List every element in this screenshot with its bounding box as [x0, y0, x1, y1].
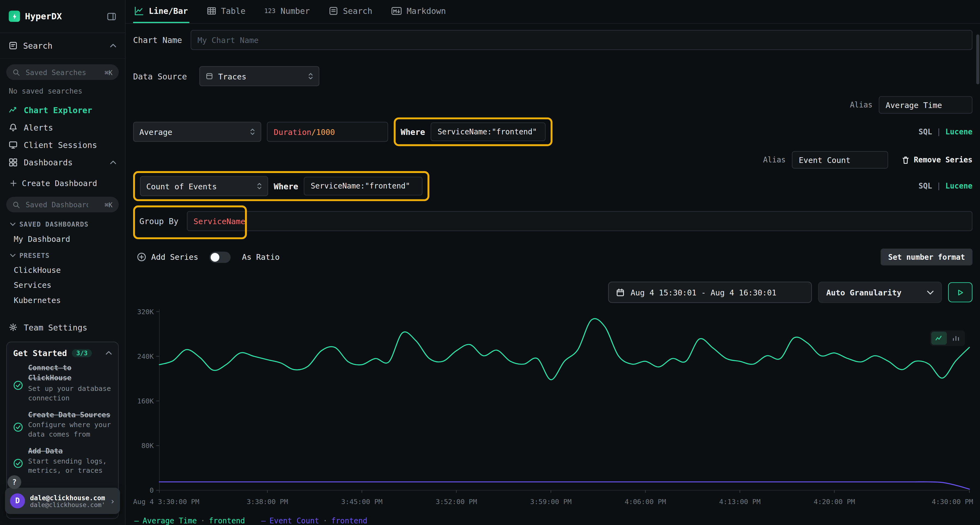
- remove-series-button[interactable]: Remove Series: [902, 155, 972, 164]
- svg-text:4:13:00 PM: 4:13:00 PM: [719, 498, 760, 506]
- sidebar-item-clickhouse[interactable]: ClickHouse: [0, 262, 125, 277]
- sidebar-item-dashboards[interactable]: Dashboards: [0, 154, 125, 171]
- timeseries-chart[interactable]: 320K240K160K80K0Aug 4 3:30:00 PM3:38:00 …: [133, 306, 973, 514]
- svg-text:Aug 4 3:30:00 PM: Aug 4 3:30:00 PM: [133, 498, 199, 506]
- line-chart-icon[interactable]: [931, 331, 947, 345]
- search-section-label: Search: [23, 41, 52, 50]
- set-number-format-button[interactable]: Set number format: [881, 249, 972, 265]
- lucene-toggle[interactable]: Lucene: [945, 182, 973, 190]
- sidebar-item-chart-explorer[interactable]: Chart Explorer: [0, 101, 125, 119]
- series1-language-toggle: SQL | Lucene: [918, 127, 972, 136]
- sql-toggle[interactable]: SQL: [918, 127, 932, 136]
- lucene-toggle[interactable]: Lucene: [945, 127, 973, 136]
- group-by-label: Group By: [139, 217, 178, 226]
- search-icon: [13, 201, 20, 208]
- series1-aggfn-select[interactable]: Average: [133, 122, 261, 142]
- series2-where-input[interactable]: [304, 177, 423, 195]
- trash-icon: [902, 156, 910, 164]
- series2-language-toggle: SQL | Lucene: [918, 182, 972, 190]
- circle-plus-icon: [137, 252, 146, 262]
- as-ratio-toggle[interactable]: [210, 251, 231, 262]
- table-icon: [207, 6, 216, 16]
- sidebar-item-alerts[interactable]: Alerts: [0, 119, 125, 136]
- search-tab-icon: [329, 6, 338, 16]
- alias-label: Alias: [850, 101, 872, 109]
- chart-type-tabbar: Line/Bar Table 123 Number Search: [126, 0, 980, 24]
- hyperdx-logo-icon: [9, 11, 20, 22]
- chevron-down-icon: [927, 290, 934, 294]
- nav-label: Dashboards: [24, 158, 104, 167]
- sidebar-item-client-sessions[interactable]: Client Sessions: [0, 136, 125, 154]
- as-ratio-label: As Ratio: [242, 252, 280, 262]
- series1-field-input[interactable]: Duration/1000: [267, 122, 388, 142]
- legend-swatch: —: [134, 517, 139, 525]
- group-by-input[interactable]: ServiceName: [187, 211, 973, 231]
- plus-icon: [10, 179, 17, 186]
- granularity-select[interactable]: Auto Granularity: [818, 282, 942, 303]
- play-icon: [957, 289, 964, 296]
- sidebar-item-team-settings[interactable]: Team Settings: [0, 319, 125, 336]
- scrollbar-thumb[interactable]: [976, 34, 979, 84]
- nav-label: Alerts: [24, 123, 53, 132]
- main-area: Line/Bar Table 123 Number Search: [126, 0, 980, 525]
- chevron-down-icon: [10, 254, 16, 257]
- sidebar-collapse-icon[interactable]: [107, 11, 116, 21]
- highlight-annotation-series2: Count of Events Where: [133, 171, 430, 201]
- series2-aggfn-select[interactable]: Count of Events: [140, 176, 268, 196]
- series2-alias-input[interactable]: [792, 151, 888, 169]
- legend-swatch: —: [261, 517, 266, 525]
- shortcut-badge: ⌘K: [105, 201, 113, 208]
- tab-number[interactable]: 123 Number: [263, 0, 311, 23]
- tab-line-bar[interactable]: Line/Bar: [133, 0, 189, 23]
- get-started-item[interactable]: Create Data Sources Configure where your…: [13, 409, 112, 439]
- svg-text:3:45:00 PM: 3:45:00 PM: [341, 498, 382, 506]
- sidebar-item-my-dashboard[interactable]: My Dashboard: [0, 231, 125, 246]
- tab-search[interactable]: Search: [328, 0, 374, 23]
- chevron-up-icon[interactable]: [106, 351, 112, 355]
- series1-alias-input[interactable]: [879, 96, 972, 114]
- chevron-up-icon[interactable]: [110, 160, 116, 164]
- chevrons-updown-icon: [257, 182, 262, 190]
- create-dashboard-button[interactable]: Create Dashboard: [0, 175, 125, 191]
- saved-searches-field[interactable]: [24, 67, 89, 77]
- help-button[interactable]: ?: [8, 475, 22, 489]
- team-settings-label: Team Settings: [24, 323, 88, 332]
- svg-text:3:38:00 PM: 3:38:00 PM: [247, 498, 288, 506]
- sql-toggle[interactable]: SQL: [918, 182, 932, 190]
- dashboards-icon: [9, 158, 18, 167]
- add-series-button[interactable]: Add Series: [137, 252, 199, 262]
- section-presets[interactable]: PRESETS: [0, 249, 125, 262]
- saved-dashboards-field[interactable]: [24, 200, 89, 210]
- series1-where-input[interactable]: [431, 122, 546, 141]
- chart-display-toggle: [930, 330, 965, 346]
- database-icon: [206, 72, 213, 80]
- svg-text:0: 0: [150, 486, 154, 494]
- sidebar-item-services[interactable]: Services: [0, 277, 125, 292]
- tab-table[interactable]: Table: [205, 0, 247, 23]
- chart-area: 320K240K160K80K0Aug 4 3:30:00 PM3:38:00 …: [133, 306, 972, 525]
- get-started-badge: 3/3: [72, 349, 92, 357]
- saved-searches-input[interactable]: ⌘K: [6, 64, 119, 80]
- chart-name-input[interactable]: [191, 30, 972, 50]
- time-range-picker[interactable]: Aug 4 15:30:01 - Aug 4 16:30:01: [608, 282, 812, 303]
- alias-label: Alias: [763, 155, 786, 164]
- gear-icon: [9, 323, 18, 331]
- line-bar-icon: [134, 6, 144, 16]
- section-saved-dashboards[interactable]: SAVED DASHBOARDS: [0, 217, 125, 231]
- tab-markdown[interactable]: Markdown: [390, 0, 447, 23]
- chevron-up-icon[interactable]: [110, 44, 116, 48]
- sidebar-item-kubernetes[interactable]: Kubernetes: [0, 292, 125, 307]
- run-query-button[interactable]: [948, 282, 973, 302]
- sidebar-section-search[interactable]: Search: [0, 33, 125, 59]
- get-started-item[interactable]: Add Data Start sending logs, metrics, or…: [13, 446, 112, 476]
- data-source-label: Data Source: [133, 71, 187, 81]
- get-started-item[interactable]: Connect to ClickHouse Set up your databa…: [13, 363, 112, 403]
- where-label: Where: [401, 127, 425, 136]
- legend-item-average-time[interactable]: — Average Time · frontend: [134, 517, 245, 525]
- data-source-select[interactable]: Traces: [200, 66, 320, 86]
- bar-chart-icon[interactable]: [948, 331, 964, 345]
- saved-dashboards-input[interactable]: ⌘K: [6, 197, 119, 212]
- legend-item-event-count[interactable]: — Event Count · frontend: [261, 517, 368, 525]
- user-menu[interactable]: D dale@clickhouse.com dale@clickhouse.co…: [5, 488, 120, 514]
- where-label: Where: [274, 181, 298, 191]
